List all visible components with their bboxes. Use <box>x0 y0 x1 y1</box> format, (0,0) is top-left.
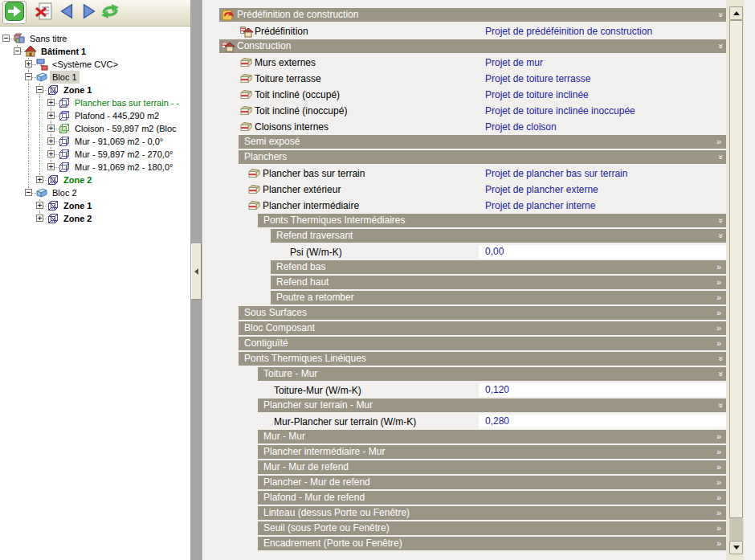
setting-row: Plancher intermédiaire Projet de planche… <box>203 198 726 214</box>
tree-item[interactable]: − Bloc 2 <box>0 186 190 199</box>
tree-item[interactable]: − Sans titre <box>0 32 190 45</box>
setting-value[interactable]: Projet de toiture inclinée <box>485 87 589 103</box>
back-button[interactable] <box>55 1 79 24</box>
section-header-label: Semi exposé <box>244 135 300 149</box>
tree-item[interactable]: − Zone 1 <box>0 84 190 96</box>
section-header[interactable]: Planchers » <box>239 150 726 164</box>
section-header[interactable]: Construction » <box>219 39 726 53</box>
expand-toggle[interactable]: − <box>25 189 32 196</box>
section-header[interactable]: Semi exposé » <box>239 135 726 149</box>
expand-toggle[interactable]: + <box>47 112 55 119</box>
chevron-icon: » <box>713 356 727 361</box>
zone-icon <box>47 174 59 186</box>
setting-row: Cloisons internes Projet de cloison <box>203 119 726 135</box>
section-header[interactable]: Plancher intermédiaire - Mur » <box>258 445 726 459</box>
section-header[interactable]: Seuil (sous Porte ou Fenêtre) » <box>258 521 726 535</box>
chevron-icon: » <box>716 337 721 350</box>
section-header[interactable]: Refend bas » <box>271 260 726 274</box>
section-header[interactable]: Prédéfinition de construction » <box>219 8 726 22</box>
setting-label: Plancher bas sur terrain <box>263 166 365 182</box>
tree-item[interactable]: + Zone 2 <box>0 174 190 186</box>
setting-value[interactable]: Projet de toiture terrasse <box>485 71 590 87</box>
chevron-icon: » <box>713 233 727 238</box>
vertical-scrollbar[interactable] <box>729 6 743 554</box>
section-header[interactable]: Sous Surfaces » <box>239 306 726 320</box>
refresh-button[interactable] <box>98 1 122 24</box>
section-header[interactable]: Mur - Mur de refend » <box>258 460 726 474</box>
tree-item[interactable]: + Mur - 91,069 m2 - 180,0° <box>0 161 190 174</box>
setting-row: Plancher bas sur terrain Projet de planc… <box>203 166 726 182</box>
expand-toggle[interactable]: + <box>47 99 55 106</box>
setting-value[interactable]: Projet de plancher interne <box>485 198 595 214</box>
template-icon <box>222 9 235 21</box>
expand-toggle[interactable]: + <box>47 150 55 157</box>
expand-toggle[interactable]: + <box>36 215 43 222</box>
expand-toggle[interactable]: + <box>36 202 43 209</box>
expand-toggle[interactable]: + <box>47 137 55 145</box>
section-header[interactable]: Refend traversant » <box>271 229 726 243</box>
setting-value[interactable]: Projet de plancher externe <box>485 182 598 198</box>
value-input[interactable]: 0,280 <box>479 415 726 428</box>
section-header[interactable]: Poutre a retomber » <box>271 291 726 305</box>
scroll-down-button[interactable] <box>729 541 743 554</box>
tree-guide-line <box>28 161 29 174</box>
section-header[interactable]: Ponts Thermiques Intermédiaires » <box>258 214 726 227</box>
expand-toggle[interactable]: − <box>2 35 10 42</box>
setting-value[interactable]: Projet de cloison <box>485 119 557 135</box>
tree-item[interactable]: + Mur - 59,897 m2 - 270,0° <box>0 148 190 161</box>
expand-toggle[interactable]: + <box>47 125 55 132</box>
section-header[interactable]: Ponts Thermiques Linéiques » <box>239 352 726 366</box>
section-header-label: Sous Surfaces <box>244 306 307 320</box>
chevron-icon: » <box>713 403 727 407</box>
chevron-icon: » <box>716 276 721 289</box>
setting-label: Mur-Plancher sur terrain (W/m-K) <box>274 414 416 430</box>
tree-item[interactable]: + Zone 2 <box>0 212 190 225</box>
material-icon <box>240 89 252 100</box>
expand-toggle[interactable]: + <box>36 176 43 183</box>
tree-item-label: <Système CVC> <box>50 58 120 71</box>
go-button[interactable] <box>2 1 27 24</box>
zone-icon <box>47 199 59 212</box>
tree-item[interactable]: − Bloc 1 <box>0 71 190 84</box>
expand-toggle[interactable]: − <box>14 47 21 55</box>
chevron-icon: » <box>713 371 727 376</box>
tree-guide-line <box>39 96 40 109</box>
tree-item[interactable]: + Plancher bas sur terrain - - <box>0 96 190 109</box>
expand-toggle[interactable]: + <box>47 163 55 170</box>
chevron-icon: » <box>716 291 721 305</box>
tree-item[interactable]: + Mur - 91,069 m2 - 0,0° <box>0 135 190 148</box>
section-header[interactable]: Encadrement (Porte ou Fenêtre) » <box>258 537 726 550</box>
value-input[interactable]: 0,00 <box>479 245 726 259</box>
tree-item[interactable]: + Cloison - 59,897 m2 (Bloc <box>0 122 190 135</box>
section-header[interactable]: Contiguïté » <box>239 337 726 350</box>
expand-toggle[interactable]: − <box>25 73 32 80</box>
delete-button[interactable] <box>32 1 56 24</box>
expand-toggle[interactable]: − <box>36 86 43 93</box>
tree-item[interactable]: + Zone 1 <box>0 199 190 212</box>
scroll-thumb[interactable] <box>729 20 743 518</box>
section-header[interactable]: Linteau (dessus Porte ou Fenêtre) » <box>258 506 726 520</box>
section-header[interactable]: Refend haut » <box>271 276 726 289</box>
setting-row: Mur-Plancher sur terrain (W/m-K) 0,280 <box>203 414 726 430</box>
value-input[interactable]: 0,120 <box>479 383 726 397</box>
tree-item[interactable]: + Plafond - 445,290 m2 <box>0 109 190 122</box>
scroll-up-button[interactable] <box>729 6 743 20</box>
setting-label: Toiture-Mur (W/m-K) <box>274 382 361 399</box>
tree-guide-line <box>28 96 29 109</box>
section-header[interactable]: Toiture - Mur » <box>258 367 726 381</box>
setting-value[interactable]: Projet de plancher bas sur terrain <box>485 166 627 182</box>
section-header[interactable]: Plancher - Mur de refend » <box>258 476 726 489</box>
setting-value[interactable]: Projet de toiture inclinée inoccupée <box>485 103 635 119</box>
setting-label: Toit incliné (occupé) <box>255 87 340 103</box>
section-header[interactable]: Plancher sur terrain - Mur » <box>258 399 726 412</box>
section-header[interactable]: Bloc Composant » <box>239 321 726 335</box>
expand-toggle[interactable]: + <box>25 60 32 67</box>
setting-value[interactable]: Projet de mur <box>485 55 543 71</box>
section-header[interactable]: Plafond - Mur de refend » <box>258 491 726 505</box>
setting-value[interactable]: Projet de prédéféinition de construction <box>485 23 652 39</box>
tree-item[interactable]: − Bâtiment 1 <box>0 45 190 58</box>
section-header[interactable]: Mur - Mur » <box>258 430 726 444</box>
splitter-collapse-handle[interactable] <box>191 243 202 300</box>
tree-panel-splitter[interactable] <box>190 0 202 560</box>
tree-item[interactable]: + <Système CVC> <box>0 58 190 71</box>
